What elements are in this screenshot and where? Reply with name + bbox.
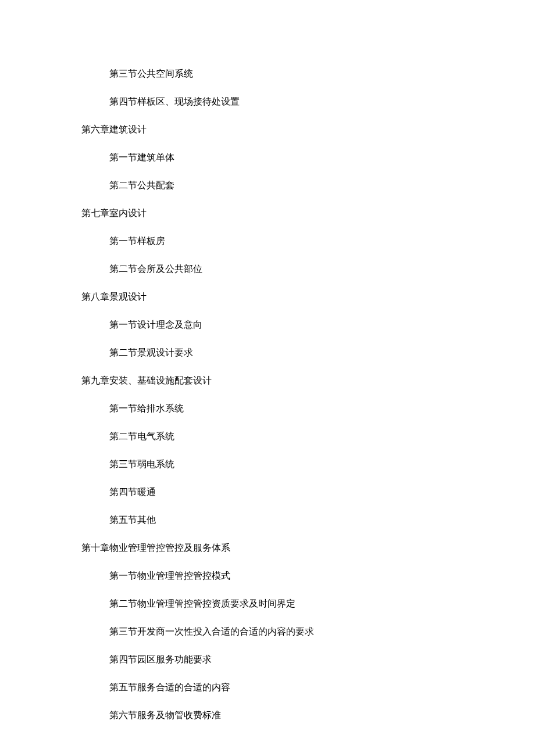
toc-chapter: 第七章室内设计 <box>81 206 454 220</box>
toc-entry: 第四节暖通 <box>109 485 454 499</box>
toc-entry: 第五节其他 <box>109 513 454 527</box>
toc-entry: 第二节公共配套 <box>109 178 454 192</box>
toc-entry: 第一节设计理念及意向 <box>109 318 454 332</box>
toc-entry: 第二节景观设计要求 <box>109 346 454 360</box>
toc-entry: 第三节开发商一次性投入合适的合适的内容的要求 <box>109 625 454 639</box>
toc-entry: 第六节服务及物管收费标准 <box>109 708 454 722</box>
toc-entry: 第二节电气系统 <box>109 429 454 443</box>
toc-chapter: 第九章安装、基础设施配套设计 <box>81 374 454 388</box>
toc-entry: 第四节园区服务功能要求 <box>109 653 454 667</box>
toc-chapter: 第八章景观设计 <box>81 290 454 304</box>
toc-chapter: 第十章物业管理管控管控及服务体系 <box>81 541 454 555</box>
toc-entry: 第一节样板房 <box>109 234 454 248</box>
toc-entry: 第一节物业管理管控管控模式 <box>109 569 454 583</box>
toc-entry: 第二节物业管理管控管控资质要求及时间界定 <box>109 597 454 611</box>
toc-entry: 第五节服务合适的合适的内容 <box>109 680 454 694</box>
toc-entry: 第一节建筑单体 <box>109 151 454 164</box>
toc-chapter: 第六章建筑设计 <box>81 123 454 137</box>
toc-entry: 第四节样板区、现场接待处设置 <box>109 95 454 109</box>
toc-entry: 第一节给排水系统 <box>109 402 454 415</box>
toc-entry: 第三节公共空间系统 <box>109 67 454 81</box>
table-of-contents: 第三节公共空间系统 第四节样板区、现场接待处设置 第六章建筑设计 第一节建筑单体… <box>0 0 535 722</box>
toc-entry: 第三节弱电系统 <box>109 457 454 471</box>
toc-entry: 第二节会所及公共部位 <box>109 262 454 276</box>
